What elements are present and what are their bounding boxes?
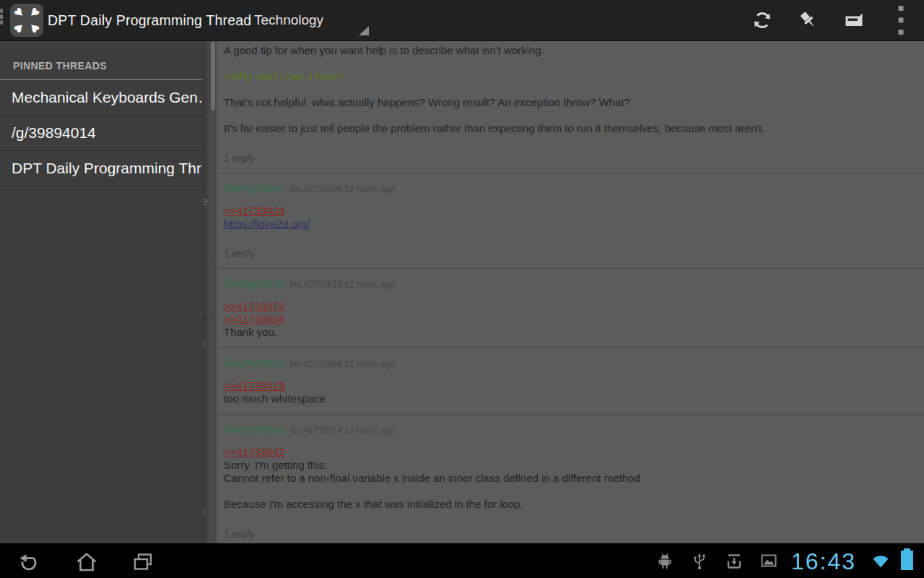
- poster-name: Anonymous: [224, 423, 285, 436]
- drawer-header-label: PINNED THREADS: [0, 41, 203, 80]
- reply-count[interactable]: 1 reply: [224, 248, 917, 259]
- poster-name: Anonymous: [224, 277, 285, 290]
- greentext-line: >Why can't I use x here?: [224, 70, 917, 83]
- post[interactable]: AnonymousNo.41733666 12 hours ago >>4173…: [217, 348, 924, 415]
- back-button[interactable]: [16, 549, 42, 578]
- post[interactable]: AnonymousNo.41733616 12 hours ago >>4173…: [217, 269, 924, 348]
- post-text-line: Cannot refer to a non-final variable x i…: [224, 472, 917, 485]
- blank-line: [224, 485, 917, 498]
- usb-status-icon: [690, 551, 709, 573]
- background-text-fragment: o: [203, 337, 205, 349]
- overflow-menu-button[interactable]: [884, 0, 918, 40]
- quote-link[interactable]: >>41733419: [224, 379, 284, 392]
- refresh-button[interactable]: [745, 0, 780, 40]
- post-meta: No.41733609 12 hours ago: [290, 184, 395, 194]
- post-text-line: Sorry. I'm getting this:: [224, 459, 917, 472]
- drawer-item-mechanical-keyboards[interactable]: Mechanical Keyboards Gen…: [0, 80, 203, 116]
- battery-icon: [901, 551, 913, 570]
- reply-count[interactable]: 1 reply: [224, 152, 917, 164]
- recents-icon: [130, 549, 156, 575]
- drawer-item-g-thread[interactable]: /g/39894014: [0, 116, 203, 151]
- pushpin-icon: [797, 9, 820, 32]
- post[interactable]: AnonymousNo.41733714 12 hours ago >>4173…: [217, 415, 924, 543]
- poster-name: Anonymous: [224, 182, 285, 194]
- home-icon: [74, 549, 100, 575]
- refresh-icon: [751, 9, 774, 32]
- overflow-dots-icon: [895, 4, 907, 36]
- thread-pane: A good tip for when you want help is to …: [216, 41, 924, 543]
- download-status-icon: [725, 551, 744, 573]
- post-meta: No.41733714 12 hours ago: [290, 426, 395, 436]
- thread-title: DPT Daily Programming Thread: [48, 0, 251, 40]
- poster-name: Anonymous: [224, 357, 285, 369]
- post[interactable]: AnonymousNo.41733609 12 hours ago >>4173…: [217, 173, 924, 269]
- post-text-line: too much whitespace: [224, 392, 917, 405]
- quote-link[interactable]: >>41733472: [224, 300, 284, 313]
- post-text-line: Because I'm accessing the x that was ini…: [224, 498, 917, 511]
- clock: 16:43: [791, 543, 856, 578]
- post-text-line: It's far easier to just tell people the …: [224, 122, 917, 135]
- drawer-item-dpt-thread[interactable]: DPT Daily Programming Thr…: [0, 151, 203, 186]
- background-text-fragment: o: [203, 506, 205, 518]
- pane-divider-line: [203, 317, 216, 318]
- recents-button[interactable]: [130, 549, 156, 578]
- post-meta: No.41733616 12 hours ago: [290, 280, 395, 290]
- clover-leaf: ♥: [23, 17, 47, 40]
- reply-button[interactable]: [837, 0, 871, 40]
- pin-thread-button[interactable]: [791, 0, 826, 40]
- drawer-indicator-icon[interactable]: [0, 9, 3, 26]
- pane-divider-line: [203, 261, 216, 262]
- post-text-line: That's not helpful, what actually happen…: [224, 96, 917, 109]
- system-nav-bar: 16:43: [0, 543, 924, 578]
- post[interactable]: A good tip for when you want help is to …: [217, 41, 924, 173]
- post-text-line: A good tip for when you want help is to …: [224, 44, 917, 57]
- back-icon: [16, 549, 42, 575]
- background-text-fragment: le: [203, 196, 207, 207]
- background-scrollbar-thumb: [211, 42, 215, 111]
- quote-link[interactable]: >>41733504: [224, 313, 284, 326]
- url-link[interactable]: https://love2d.org/: [224, 217, 310, 230]
- post-text-line: Thank you.: [224, 326, 917, 339]
- reply-count[interactable]: 1 reply: [224, 528, 917, 540]
- dimmed-background-pane-strip: le ' o o: [203, 41, 216, 543]
- reply-comment-icon: [842, 9, 866, 32]
- post-meta: No.41733666 12 hours ago: [290, 359, 395, 369]
- quote-link[interactable]: >>41733542: [224, 446, 284, 459]
- action-bar: ♥ ♥ ♥ ♥ DPT Daily Programming Thread Tec…: [0, 0, 924, 41]
- screenshot-status-icon: [759, 551, 778, 573]
- home-button[interactable]: [74, 549, 100, 578]
- android-debug-status-icon: [655, 551, 674, 573]
- app-logo-clover-icon[interactable]: ♥ ♥ ♥ ♥: [10, 4, 43, 37]
- pinned-threads-drawer: PINNED THREADS Mechanical Keyboards Gen……: [0, 41, 203, 543]
- board-spinner[interactable]: Technology: [254, 0, 323, 40]
- quote-link[interactable]: >>41733428: [224, 204, 284, 217]
- spinner-caret-icon: [359, 26, 369, 35]
- wifi-icon: [871, 552, 891, 572]
